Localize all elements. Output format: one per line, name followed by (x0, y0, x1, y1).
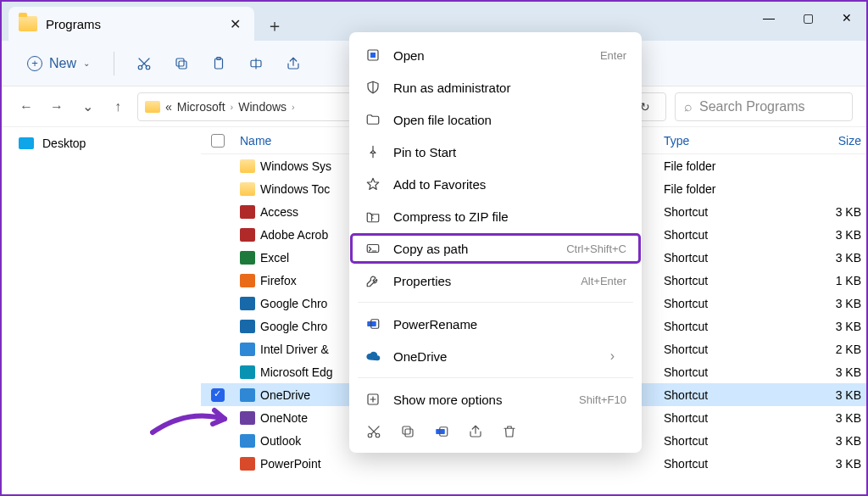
file-name: Google Chro (260, 320, 327, 333)
menu-item-hint: Shift+F10 (579, 393, 626, 406)
window-tab[interactable]: Programs ✕ (8, 7, 254, 41)
menu-item-onedrive[interactable]: OneDrive› (349, 340, 642, 372)
file-size: 3 KB (786, 365, 866, 379)
file-type: Shortcut (659, 274, 786, 287)
checkbox-icon[interactable] (211, 388, 225, 402)
context-menu: OpenEnterRun as administratorOpen file l… (349, 32, 642, 453)
menu-item-show-more-options[interactable]: Show more optionsShift+F10 (349, 383, 642, 415)
file-size: 3 KB (786, 205, 866, 219)
file-type: File folder (659, 159, 786, 173)
file-size: 3 KB (786, 320, 866, 333)
file-icon (240, 297, 255, 310)
file-name: Google Chro (260, 297, 327, 310)
menu-item-pin-to-start[interactable]: Pin to Start (349, 136, 642, 168)
up-button[interactable]: ↑ (107, 96, 129, 118)
sidebar-item-desktop[interactable]: Desktop (12, 132, 191, 154)
copy-button[interactable] (165, 47, 198, 80)
new-label: New (49, 56, 76, 71)
file-icon (240, 205, 255, 219)
rename-button[interactable] (240, 47, 272, 80)
path-icon (364, 241, 381, 256)
menu-item-hint: Enter (600, 49, 626, 62)
menu-item-label: Show more options (393, 393, 567, 407)
shield-icon (364, 80, 381, 95)
close-tab-button[interactable]: ✕ (223, 13, 248, 36)
menu-item-hint: Alt+Enter (581, 275, 626, 287)
menu-item-open[interactable]: OpenEnter (349, 39, 642, 71)
file-icon (240, 274, 255, 287)
menu-item-compress-to-zip-file[interactable]: Compress to ZIP file (349, 200, 642, 232)
zip-icon (364, 209, 381, 224)
copy-button[interactable] (400, 424, 415, 443)
file-name: Windows Sys (260, 159, 331, 173)
cut-button[interactable] (366, 424, 381, 443)
file-icon (240, 320, 255, 333)
file-size: 3 KB (786, 251, 866, 265)
file-size: 3 KB (786, 411, 866, 425)
file-type: File folder (659, 182, 786, 196)
share-button[interactable] (277, 47, 309, 80)
bc-part[interactable]: Windows (238, 100, 287, 114)
rename-button[interactable] (434, 424, 449, 443)
column-type[interactable]: Type (659, 134, 786, 148)
menu-item-label: Add to Favorites (393, 177, 615, 192)
window-controls: — ▢ ✕ (749, 5, 866, 31)
file-icon (240, 365, 255, 379)
chevron-down-icon: ⌄ (83, 59, 90, 68)
paste-button[interactable] (203, 47, 235, 80)
file-row[interactable]: PowerPointShortcut3 KB (201, 452, 866, 475)
svg-rect-10 (367, 321, 376, 326)
column-size[interactable]: Size (786, 134, 866, 148)
recent-button[interactable]: ⌄ (76, 96, 98, 118)
menu-separator (358, 302, 633, 303)
file-type: Shortcut (659, 457, 786, 471)
new-tab-button[interactable]: ＋ (259, 10, 290, 41)
menu-item-run-as-administrator[interactable]: Run as administrator (349, 71, 642, 103)
file-size: 3 KB (786, 434, 866, 448)
file-icon (240, 343, 255, 356)
bc-part[interactable]: Microsoft (177, 100, 225, 114)
select-all-checkbox[interactable] (201, 134, 235, 148)
divider (114, 52, 114, 75)
close-button[interactable]: ✕ (827, 5, 866, 31)
file-name: Windows Toc (260, 182, 330, 196)
share-button[interactable] (468, 424, 483, 443)
cut-button[interactable] (128, 47, 160, 80)
navigation-pane: Desktop (2, 127, 201, 496)
file-icon (240, 388, 255, 402)
new-button[interactable]: + New ⌄ (17, 51, 100, 76)
menu-item-add-to-favorites[interactable]: Add to Favorites (349, 168, 642, 200)
forward-button[interactable]: → (46, 96, 68, 118)
menu-item-open-file-location[interactable]: Open file location (349, 103, 642, 136)
file-type: Shortcut (659, 388, 786, 402)
chevron-right-icon: › (231, 102, 234, 112)
menu-item-label: PowerRename (393, 317, 615, 332)
tab-title: Programs (46, 17, 223, 31)
svg-rect-17 (436, 429, 445, 434)
search-box[interactable]: ⌕ Search Programs (675, 92, 853, 121)
file-type: Shortcut (659, 205, 786, 219)
search-placeholder: Search Programs (699, 99, 805, 114)
file-icon (240, 457, 255, 471)
trash-button[interactable] (502, 424, 517, 443)
file-size: 1 KB (786, 274, 866, 287)
maximize-button[interactable]: ▢ (788, 5, 827, 31)
menu-item-label: Copy as path (393, 242, 554, 256)
menu-item-copy-as-path[interactable]: Copy as pathCtrl+Shift+C (349, 232, 642, 265)
folder-icon (19, 16, 37, 31)
back-button[interactable]: ← (15, 96, 37, 118)
file-name: Firefox (260, 274, 297, 287)
svg-rect-3 (176, 59, 184, 66)
folder-icon (364, 112, 381, 127)
minimize-button[interactable]: — (749, 5, 788, 31)
menu-item-properties[interactable]: PropertiesAlt+Enter (349, 265, 642, 297)
chevron-right-icon: › (610, 348, 615, 364)
file-size: 3 KB (786, 457, 866, 471)
plus-icon: + (27, 56, 42, 71)
file-name: OneDrive (260, 388, 310, 402)
file-name: Adobe Acrob (260, 228, 328, 242)
rename-icon (364, 316, 381, 332)
menu-item-powerrename[interactable]: PowerRename (349, 308, 642, 340)
search-icon: ⌕ (684, 99, 693, 114)
file-type: Shortcut (659, 228, 786, 242)
